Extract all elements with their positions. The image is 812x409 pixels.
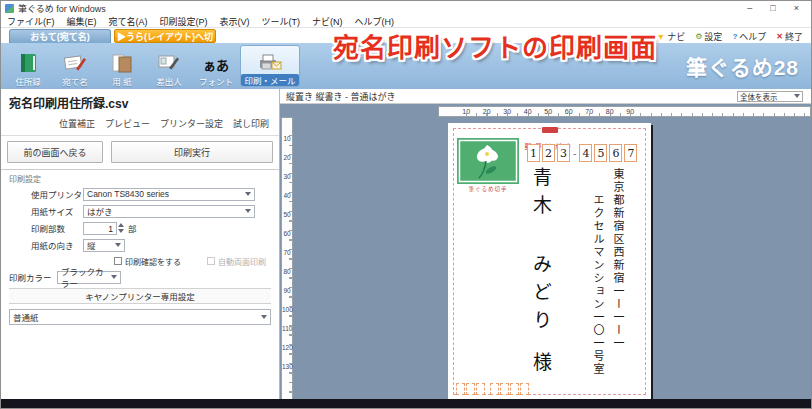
quick-links: ➤ナビ ⚙設定 ?ヘルプ ✕終了 bbox=[658, 30, 803, 43]
navi-link[interactable]: ➤ナビ bbox=[658, 30, 685, 43]
addressee-icon bbox=[63, 48, 87, 74]
back-side-switch-button[interactable]: ▶うら(レイアウト)へ切替 bbox=[114, 29, 216, 43]
ruler-number: 120 bbox=[282, 344, 292, 363]
menu-item[interactable]: 編集(E) bbox=[67, 15, 97, 28]
question-icon: ? bbox=[732, 33, 737, 41]
vertical-ruler: 102030405060708090100110120130 bbox=[281, 117, 293, 401]
maximize-button[interactable]: □ bbox=[770, 1, 775, 15]
color-mode-label: 印刷カラー bbox=[9, 271, 57, 283]
print-mail-icon bbox=[257, 47, 283, 73]
tab-print-mail[interactable]: 印刷・メール bbox=[240, 45, 300, 87]
orientation-value: 縦 bbox=[87, 239, 96, 251]
copies-row: 印刷部数 1 部 bbox=[9, 221, 271, 235]
paper-size-value: はがき bbox=[87, 205, 113, 217]
orientation-label: 用紙の向き bbox=[31, 239, 83, 251]
name-text: 青木 みどり bbox=[530, 167, 552, 338]
postal-code-boxes: 123 - 4567 bbox=[527, 144, 637, 162]
test-print-link[interactable]: 試し印刷 bbox=[233, 117, 269, 130]
front-side-button[interactable]: おもて(宛て名) bbox=[9, 29, 111, 43]
quit-label: 終了 bbox=[785, 30, 803, 43]
postcard-preview[interactable]: 郵便はがき 筆ぐるめ切 bbox=[448, 123, 651, 400]
copies-unit: 部 bbox=[128, 222, 137, 234]
tab-address-book[interactable]: 住所録 bbox=[5, 45, 51, 87]
orientation-select[interactable]: 縦 bbox=[83, 239, 125, 252]
tab-font[interactable]: ぁあ フォント bbox=[193, 45, 239, 87]
paper-type-select[interactable]: 普通紙 bbox=[9, 309, 271, 325]
tab-paper[interactable]: 用 紙 bbox=[99, 45, 145, 87]
ruler-number: 20 bbox=[477, 107, 498, 116]
chevron-down-icon bbox=[245, 192, 251, 196]
print-settings-section: 印刷設定 使用プリンタ Canon TS8430 series 用紙サイズ はが… bbox=[1, 170, 279, 328]
sender-digit-box bbox=[520, 383, 529, 395]
sender-digit-box bbox=[456, 383, 465, 395]
preview-link[interactable]: プレビュー bbox=[105, 117, 150, 130]
canon-printer-settings-button[interactable]: キヤノンプリンター専用設定 bbox=[9, 288, 271, 304]
copies-stepper[interactable] bbox=[118, 223, 124, 233]
sender-digit-box bbox=[466, 383, 475, 395]
close-button[interactable]: × bbox=[794, 1, 799, 15]
quit-link[interactable]: ✕終了 bbox=[776, 30, 803, 43]
font-icon: ぁあ bbox=[203, 48, 229, 74]
tab-label: 宛て名 bbox=[62, 75, 88, 87]
tab-sender[interactable]: 差出人 bbox=[146, 45, 192, 87]
printer-value: Canon TS8430 series bbox=[87, 189, 169, 199]
layout-description: 縦置き 縦書き - 普通はがき bbox=[286, 90, 396, 103]
menu-item[interactable]: 表示(V) bbox=[220, 15, 250, 28]
window-title: 筆ぐるめ for Windows bbox=[18, 2, 747, 15]
print-execute-button[interactable]: 印刷実行 bbox=[111, 141, 273, 163]
ruler-number: 20 bbox=[282, 154, 292, 173]
settings-link[interactable]: ⚙設定 bbox=[695, 30, 722, 43]
ruler-number: 30 bbox=[282, 173, 292, 192]
step-down-icon[interactable] bbox=[118, 229, 124, 233]
copies-input[interactable]: 1 bbox=[83, 222, 117, 235]
ruler-number: 40 bbox=[282, 192, 292, 211]
tab-addressee[interactable]: 宛て名 bbox=[52, 45, 98, 87]
menu-item[interactable]: ナビ(N) bbox=[312, 15, 343, 28]
sender-postal-boxes bbox=[456, 383, 529, 395]
address-line-2: エクセルマンション一〇一号室 bbox=[587, 168, 607, 401]
preview-header: 縦置き 縦書き - 普通はがき 全体を表示 bbox=[280, 89, 811, 104]
minimize-button[interactable]: – bbox=[747, 1, 752, 15]
color-mode-select[interactable]: ブラックカラー bbox=[57, 271, 121, 284]
print-option-links: 位置補正 プレビュー プリンター設定 試し印刷 bbox=[1, 114, 279, 136]
menu-item[interactable]: 印刷設定(P) bbox=[160, 15, 208, 28]
app-icon bbox=[5, 4, 14, 13]
copies-label: 印刷部数 bbox=[31, 222, 83, 234]
left-panel: 宛名印刷用住所録.csv 位置補正 プレビュー プリンター設定 試し印刷 前の画… bbox=[1, 89, 280, 401]
close-icon: ✕ bbox=[776, 33, 783, 41]
sender-digit-box bbox=[510, 383, 519, 395]
chevron-down-icon bbox=[794, 94, 800, 98]
navi-cursor-icon: ➤ bbox=[657, 31, 667, 41]
stamp-caption: 筆ぐるめ切手 bbox=[457, 185, 519, 193]
sender-icon bbox=[157, 48, 181, 74]
postal-digit-box: 7 bbox=[624, 144, 637, 162]
ruler-number: 50 bbox=[282, 211, 292, 230]
print-confirm-checkbox[interactable]: 印刷確認をする bbox=[114, 256, 181, 267]
ruler-number: 80 bbox=[282, 268, 292, 287]
back-to-previous-button[interactable]: 前の画面へ戻る bbox=[7, 141, 103, 163]
menu-item[interactable]: 宛て名(A) bbox=[109, 15, 148, 28]
tab-label: 用 紙 bbox=[112, 75, 131, 87]
preview-panel: 縦置き 縦書き - 普通はがき 全体を表示 102030405060708090… bbox=[280, 89, 811, 401]
duplex-checkbox[interactable]: 自動両面印刷 bbox=[207, 256, 266, 267]
duplex-label: 自動両面印刷 bbox=[218, 256, 266, 267]
chevron-down-icon bbox=[111, 275, 117, 279]
menu-item[interactable]: ファイル(F) bbox=[7, 15, 55, 28]
menu-item[interactable]: ツール(T) bbox=[262, 15, 301, 28]
postal-digit-box: 5 bbox=[594, 144, 607, 162]
printer-select[interactable]: Canon TS8430 series bbox=[83, 188, 255, 201]
step-up-icon[interactable] bbox=[118, 223, 124, 227]
tab-label: 差出人 bbox=[156, 75, 182, 87]
sender-digit-box bbox=[500, 383, 509, 395]
help-link[interactable]: ?ヘルプ bbox=[732, 30, 766, 43]
ruler-number: 60 bbox=[282, 230, 292, 249]
printer-settings-link[interactable]: プリンター設定 bbox=[160, 117, 223, 130]
chevron-down-icon bbox=[245, 209, 251, 213]
paper-size-select[interactable]: はがき bbox=[83, 205, 255, 218]
zoom-select[interactable]: 全体を表示 bbox=[737, 91, 803, 102]
orientation-row: 用紙の向き 縦 bbox=[9, 238, 271, 252]
ruler-number: 110 bbox=[282, 325, 292, 344]
position-adjust-link[interactable]: 位置補正 bbox=[59, 117, 95, 130]
menu-item[interactable]: ヘルプ(H) bbox=[355, 15, 395, 28]
postal-digit-box: 4 bbox=[579, 144, 592, 162]
